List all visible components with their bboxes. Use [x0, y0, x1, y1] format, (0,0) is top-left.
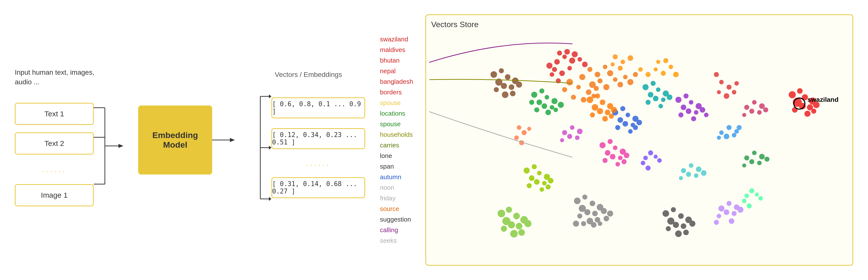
svg-point-18	[603, 65, 608, 69]
svg-point-80	[651, 81, 656, 86]
svg-point-198	[686, 172, 691, 177]
svg-point-248	[757, 161, 762, 165]
svg-point-250	[592, 104, 598, 111]
svg-point-108	[577, 213, 583, 219]
svg-point-224	[657, 158, 662, 163]
svg-point-26	[613, 77, 618, 82]
svg-point-16	[587, 67, 593, 72]
svg-point-99	[618, 155, 622, 160]
svg-point-109	[585, 209, 591, 215]
word-spouse1: spouse	[380, 98, 413, 108]
word-source: source	[380, 204, 413, 214]
input-box-text1: Text 1	[15, 103, 94, 125]
svg-point-259	[602, 116, 608, 121]
svg-point-257	[595, 94, 600, 99]
svg-point-166	[638, 67, 643, 72]
svg-point-84	[689, 100, 693, 105]
svg-marker-5	[118, 144, 123, 148]
svg-point-106	[590, 201, 595, 206]
svg-marker-13	[269, 146, 271, 150]
svg-point-81	[667, 95, 673, 100]
word-bhutan: bhutan	[380, 56, 413, 65]
svg-point-87	[686, 108, 691, 114]
svg-point-63	[626, 113, 630, 117]
svg-point-184	[717, 136, 721, 140]
input-box-text2: Text 2	[15, 132, 94, 154]
svg-point-104	[621, 159, 627, 165]
words-section: swaziland maldives bhutan nepal banglade…	[380, 35, 413, 245]
svg-point-32	[618, 82, 623, 88]
model-section: Embedding Model	[138, 105, 237, 175]
connection-curves-svg	[429, 14, 577, 266]
vector-boxes: [ 0.6, 0.8, 0.1 ... 0.9 ] [ 0.12, 0.34, …	[271, 97, 365, 198]
svg-point-17	[595, 72, 600, 77]
svg-point-116	[581, 221, 586, 226]
svg-point-234	[611, 62, 615, 66]
svg-point-173	[663, 58, 669, 63]
svg-point-129	[671, 207, 676, 212]
word-carries: carries	[380, 140, 413, 150]
svg-point-66	[623, 121, 628, 127]
svg-point-219	[644, 155, 648, 160]
word-seeks: seeks	[380, 236, 413, 245]
svg-point-127	[681, 223, 686, 229]
svg-point-131	[683, 230, 689, 235]
svg-point-268	[714, 220, 719, 225]
svg-point-73	[648, 92, 654, 98]
svg-point-103	[616, 162, 620, 166]
svg-point-266	[732, 211, 737, 216]
svg-point-236	[744, 105, 750, 110]
svg-point-238	[759, 103, 765, 109]
svg-point-118	[591, 222, 597, 228]
svg-point-223	[646, 165, 651, 171]
svg-point-35	[633, 72, 638, 77]
svg-point-98	[610, 154, 616, 160]
svg-point-101	[608, 139, 613, 144]
svg-point-48	[578, 57, 582, 62]
svg-point-167	[646, 72, 651, 77]
svg-point-227	[755, 193, 759, 197]
svg-point-72	[633, 125, 638, 130]
svg-point-171	[673, 72, 679, 77]
svg-point-246	[742, 164, 746, 167]
svg-point-112	[583, 195, 588, 200]
word-bangladesh: bangladesh	[380, 77, 413, 86]
svg-point-220	[648, 150, 653, 155]
svg-point-125	[666, 226, 671, 231]
svg-point-86	[679, 112, 684, 117]
svg-point-78	[661, 98, 665, 102]
svg-point-130	[689, 220, 695, 227]
svg-point-180	[714, 72, 719, 77]
word-locations: locations	[380, 109, 413, 118]
svg-point-230	[758, 196, 763, 200]
svg-point-260	[609, 114, 614, 119]
svg-point-77	[653, 96, 659, 101]
svg-point-128	[663, 210, 670, 217]
svg-point-210	[805, 111, 811, 117]
word-noon: noon	[380, 183, 413, 193]
svg-point-254	[597, 108, 603, 114]
word-calling: calling	[380, 225, 413, 235]
svg-point-177	[717, 90, 721, 94]
svg-point-237	[752, 100, 757, 105]
svg-point-24	[594, 86, 599, 91]
svg-point-235	[618, 66, 623, 71]
svg-point-244	[752, 150, 757, 155]
svg-point-132	[675, 231, 682, 237]
svg-point-91	[700, 107, 705, 113]
svg-point-90	[684, 94, 689, 99]
svg-point-70	[637, 120, 642, 126]
svg-point-208	[797, 88, 803, 94]
svg-point-20	[597, 78, 603, 83]
svg-point-120	[604, 216, 610, 221]
svg-point-256	[587, 96, 593, 103]
vectors-bracket-svg	[252, 86, 271, 209]
svg-point-174	[719, 80, 724, 84]
word-nepal: nepal	[380, 66, 413, 76]
svg-point-62	[618, 117, 623, 123]
svg-point-225	[745, 194, 749, 198]
model-to-vectors-arrow	[212, 134, 237, 146]
main-container: Input human text, images, audio ... Text…	[0, 0, 868, 280]
svg-point-242	[764, 107, 769, 113]
svg-point-74	[656, 88, 660, 92]
